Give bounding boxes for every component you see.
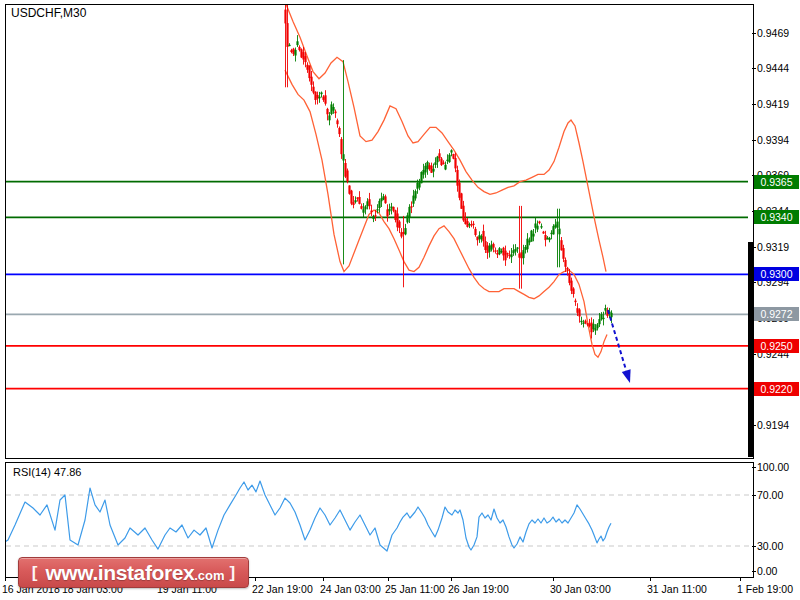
time-tick: [388, 577, 389, 581]
time-tick: [650, 577, 651, 581]
time-tick: [323, 577, 324, 581]
price-tick-label: 0.9419: [757, 98, 789, 111]
rsi-indicator-label: RSI(14) 47.86: [13, 466, 81, 478]
time-tick: [740, 577, 741, 581]
time-tick: [5, 577, 6, 581]
price-tick: [752, 33, 756, 34]
logo-left-bracket: [: [32, 563, 38, 583]
rsi-tick-label: 100.00: [757, 461, 789, 474]
price-tick: [752, 425, 756, 426]
time-axis-label: 1 Feb 19:00: [737, 583, 793, 596]
rsi-tick-label: 0.00: [757, 565, 777, 578]
time-axis-label: 30 Jan 03:00: [550, 583, 611, 596]
price-tick: [752, 282, 756, 283]
rsi-tick: [752, 546, 756, 547]
price-tick-label: 0.9319: [757, 241, 789, 254]
price-level-badge: 0.9250: [754, 339, 799, 353]
time-axis-label: 25 Jan 11:00: [385, 583, 445, 596]
time-axis-label: 24 Jan 03:00: [320, 583, 381, 596]
rsi-tick-label: 70.00: [757, 489, 783, 502]
rsi-tick: [752, 571, 756, 572]
price-tick: [752, 247, 756, 248]
rsi-tick: [752, 467, 756, 468]
price-tick: [752, 354, 756, 355]
price-level-badge: 0.9365: [754, 175, 799, 189]
price-level-badge: 0.9340: [754, 210, 799, 224]
rsi-tick: [752, 495, 756, 496]
time-axis-label: 26 Jan 19:00: [448, 583, 509, 596]
instaforex-logo[interactable]: [ www.instaforex .com ]: [18, 557, 249, 588]
main-chart-frame[interactable]: [5, 4, 754, 459]
time-tick: [451, 577, 452, 581]
logo-right-bracket: ]: [230, 563, 236, 583]
price-level-badge: 0.9300: [754, 267, 799, 281]
price-tick: [752, 104, 756, 105]
time-tick: [553, 577, 554, 581]
logo-text: www.instaforex: [45, 561, 194, 585]
price-tick-label: 0.9444: [757, 62, 789, 75]
price-tick-label: 0.9194: [757, 419, 789, 432]
price-level-badge: 0.9272: [754, 307, 799, 321]
price-tick-label: 0.9469: [757, 27, 789, 40]
price-tick: [752, 68, 756, 69]
price-level-badge: 0.9220: [754, 382, 799, 396]
time-axis-label: 22 Jan 19:00: [252, 583, 313, 596]
price-tick: [752, 140, 756, 141]
time-axis-label: 31 Jan 11:00: [647, 583, 707, 596]
price-tick-label: 0.9394: [757, 134, 789, 147]
logo-text-suffix: .com: [194, 568, 224, 583]
symbol-timeframe-label: USDCHF,M30: [11, 6, 86, 20]
rsi-tick-label: 30.00: [757, 540, 783, 553]
time-tick: [255, 577, 256, 581]
chart-window: USDCHF,M30 RSI(14) 47.86 0.94690.94440.9…: [0, 0, 800, 600]
